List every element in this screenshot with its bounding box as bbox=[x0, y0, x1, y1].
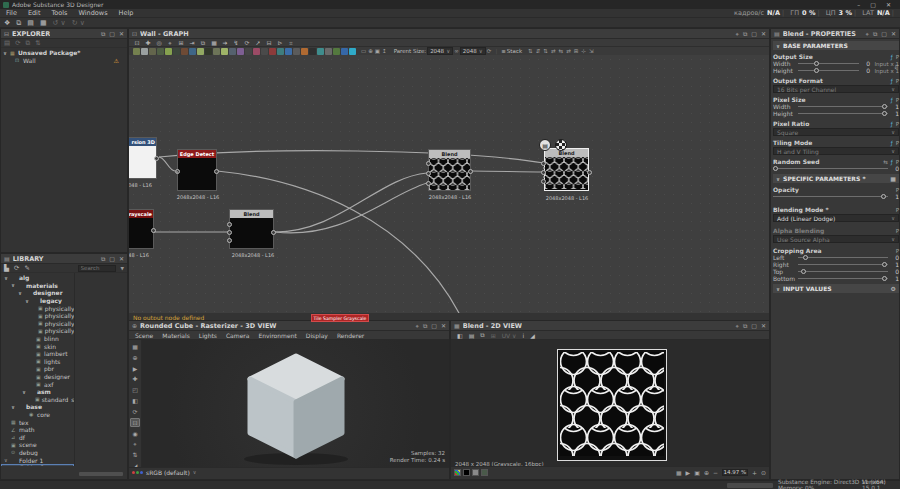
pin-icon[interactable]: ⌖ bbox=[866, 30, 869, 38]
library-tree-item[interactable]: ▣ axf bbox=[1, 380, 74, 388]
function-icon[interactable]: ƒ bbox=[891, 159, 893, 165]
node-slope-blur-icon[interactable] bbox=[157, 48, 164, 55]
export-icon[interactable]: ➚ bbox=[254, 39, 262, 46]
tiling-mode-select[interactable]: H and V Tiling∨ bbox=[773, 147, 899, 155]
export-icon[interactable]: ▤ bbox=[469, 332, 475, 339]
focus-icon[interactable]: ◉ bbox=[130, 429, 140, 438]
slider-knob[interactable] bbox=[882, 262, 887, 267]
slider[interactable] bbox=[773, 165, 888, 172]
bg-black-swatch[interactable] bbox=[463, 469, 470, 476]
view-3d-menu-item[interactable]: Renderer bbox=[337, 332, 364, 339]
node-blend-3-selected[interactable]: Blend 2048x2048 - L16 bbox=[544, 148, 589, 191]
library-tree-item[interactable]: ∨ materials bbox=[1, 282, 74, 290]
bg-color-swatch[interactable] bbox=[454, 469, 461, 476]
pin-icon[interactable]: ⌖ bbox=[736, 30, 739, 38]
input-port[interactable] bbox=[541, 170, 546, 175]
expose-icon[interactable]: P bbox=[896, 97, 899, 103]
library-tree-item[interactable]: ▣ scene bbox=[1, 441, 74, 449]
orbit-icon[interactable]: ⟳ bbox=[130, 407, 140, 416]
float-icon[interactable]: ⧉ bbox=[423, 322, 427, 330]
move-icon[interactable]: ✚ bbox=[130, 374, 140, 383]
target-icon[interactable]: ⌖ bbox=[166, 39, 174, 47]
search-input[interactable] bbox=[78, 265, 116, 272]
window-close-button[interactable]: ✕ bbox=[886, 1, 891, 8]
refresh-icon[interactable]: ⟳ bbox=[14, 264, 19, 272]
input-port[interactable] bbox=[541, 161, 546, 166]
input-port[interactable] bbox=[541, 179, 546, 184]
close-icon[interactable]: ✕ bbox=[761, 322, 766, 330]
section-specific-parameters[interactable]: ∨SPECIFIC PARAMETERS * ▦ bbox=[773, 174, 899, 183]
input-port[interactable] bbox=[426, 161, 431, 166]
output-port[interactable] bbox=[151, 228, 156, 233]
alpha-blending-select[interactable]: Use Source Alpha∨ bbox=[773, 235, 899, 243]
lock-icon[interactable]: ⊙ bbox=[761, 469, 766, 476]
center-icon[interactable]: ⊕ bbox=[704, 469, 709, 476]
node-normal-icon[interactable] bbox=[237, 48, 244, 55]
close-icon[interactable]: ✕ bbox=[119, 30, 124, 38]
menu-item[interactable]: Windows bbox=[79, 9, 108, 17]
view-2d-canvas[interactable]: 2048 x 2048 (Grayscale, 16bpc) bbox=[451, 340, 769, 468]
thumbnails-icon[interactable]: ▦ bbox=[210, 39, 218, 46]
link-wh-icon[interactable]: ⇵ bbox=[894, 63, 899, 70]
light-icon[interactable]: ⊕ bbox=[130, 353, 140, 362]
arrange-icon[interactable]: ⇲ bbox=[589, 48, 594, 54]
view-3d-canvas[interactable]: Samples: 32 Render Time: 0.24 s ▦⊕▶✚◰◧⟳⊡… bbox=[129, 340, 449, 470]
output-port[interactable] bbox=[587, 170, 592, 175]
function-icon[interactable]: ƒ bbox=[891, 121, 893, 127]
uv-select[interactable]: UV ∨ bbox=[502, 332, 517, 339]
node-green-icon[interactable] bbox=[333, 48, 340, 55]
view-3d-menu-item[interactable]: Camera bbox=[226, 332, 250, 339]
node-transform-icon[interactable] bbox=[253, 48, 260, 55]
pin-icon[interactable]: ⌖ bbox=[416, 322, 419, 330]
chevron-down-icon[interactable]: ∨ bbox=[3, 50, 8, 56]
slider-knob[interactable] bbox=[881, 194, 886, 199]
node-dirmotion-icon[interactable] bbox=[173, 48, 180, 55]
slider[interactable] bbox=[798, 110, 888, 117]
input-port[interactable] bbox=[426, 171, 431, 176]
node-fxmap-icon[interactable] bbox=[269, 48, 276, 55]
align-vcenter-icon[interactable]: ⇵ bbox=[536, 48, 541, 54]
library-tree-item[interactable]: ∨ alg bbox=[1, 274, 74, 282]
node-conversion-3d[interactable]: rsion 3D 048 - L16 bbox=[129, 137, 157, 179]
node-curve-icon[interactable] bbox=[165, 48, 172, 55]
library-tree-item[interactable]: ▣ physically_... bbox=[1, 327, 74, 335]
library-tree-item[interactable]: ▣ pbr bbox=[1, 365, 74, 373]
expose-icon[interactable]: P bbox=[896, 121, 899, 127]
pin-icon[interactable]: ⌖ bbox=[736, 322, 739, 330]
library-tree-item[interactable]: ∨ legacy bbox=[1, 297, 74, 305]
node-dark-icon[interactable] bbox=[309, 48, 316, 55]
node-output-preview-button[interactable] bbox=[555, 139, 567, 151]
rotate-icon[interactable]: ◰ bbox=[130, 385, 140, 394]
library-tree-item[interactable]: ⊙ debug bbox=[1, 449, 74, 457]
node-text-icon[interactable] bbox=[285, 48, 292, 55]
function-icon[interactable]: ƒ bbox=[891, 78, 893, 84]
maximize-icon[interactable]: ▢ bbox=[881, 30, 887, 38]
refresh-icon[interactable]: ⟳ bbox=[243, 39, 251, 46]
image-fit-icon[interactable]: ▣ bbox=[694, 469, 700, 476]
slider-knob[interactable] bbox=[882, 111, 887, 116]
snap-icon[interactable]: ⊹ bbox=[581, 48, 586, 54]
duplicate-icon[interactable]: ⧉ bbox=[199, 39, 207, 47]
function-icon[interactable]: ƒ bbox=[891, 140, 893, 146]
slider-knob[interactable] bbox=[814, 61, 819, 66]
node-blend-icon[interactable] bbox=[141, 48, 148, 55]
menu-item[interactable]: File bbox=[6, 9, 17, 17]
colorspace-select[interactable]: sRGB (default) bbox=[146, 469, 190, 476]
fit-view-icon[interactable]: ⊡ bbox=[133, 39, 141, 46]
node-emboss-icon[interactable] bbox=[197, 48, 204, 55]
undo-icon[interactable]: ↺ ∨ bbox=[53, 19, 66, 27]
library-tree-item[interactable]: ▣ lights bbox=[1, 358, 74, 366]
node-gradient-icon[interactable] bbox=[205, 48, 212, 55]
play-icon[interactable]: ▶ bbox=[130, 364, 140, 373]
expose-icon[interactable]: P bbox=[896, 140, 899, 146]
expose-icon[interactable]: P bbox=[896, 78, 899, 84]
view-3d-menu-item[interactable]: Lights bbox=[199, 332, 217, 339]
library-tree-item[interactable]: ▣ standard_scatter bbox=[1, 396, 74, 404]
library-tree-item[interactable]: ▦ tex bbox=[1, 418, 74, 426]
input-port[interactable] bbox=[227, 238, 232, 243]
info-icon[interactable]: i bbox=[522, 332, 524, 339]
node-sharpen-icon[interactable] bbox=[245, 48, 252, 55]
grid-icon[interactable]: ⌗ bbox=[287, 39, 295, 47]
slider-knob[interactable] bbox=[814, 68, 819, 73]
node-cyan-icon[interactable] bbox=[349, 48, 356, 55]
